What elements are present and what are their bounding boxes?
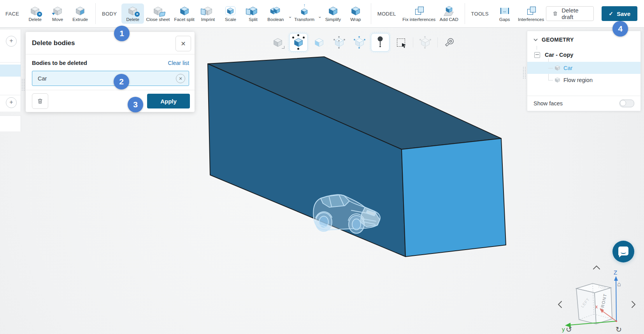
section-label-tools: TOOLS bbox=[471, 11, 489, 17]
boolean-dropdown-chevron-icon[interactable]: ⌄ bbox=[288, 14, 292, 19]
cube-wrap-icon bbox=[350, 5, 361, 16]
gaps-arrows-icon: ↔ bbox=[499, 5, 511, 16]
toolbar-divider bbox=[95, 3, 96, 24]
z-axis-label: Z bbox=[614, 269, 617, 276]
tool-body-boolean[interactable]: Boolean bbox=[264, 3, 287, 24]
top-toolbar: FACE ✕ Delete ◄ Move Extrude BODY ✕ Dele… bbox=[0, 0, 644, 28]
strip-divider bbox=[0, 62, 21, 63]
body-cube-icon bbox=[555, 77, 560, 83]
strip-selected-row[interactable] bbox=[0, 65, 21, 77]
home-view-icon[interactable]: ⌂ bbox=[617, 281, 621, 287]
chevron-down-icon[interactable] bbox=[533, 38, 538, 41]
select-vertex-icon[interactable] bbox=[332, 35, 346, 49]
tree-item-car[interactable]: Car bbox=[527, 62, 640, 74]
geometry-panel-title: GEOMETRY bbox=[542, 37, 574, 43]
cube-move-icon: ◄ bbox=[52, 5, 63, 16]
step-badge-2: 2 bbox=[114, 74, 129, 89]
check-icon: ✓ bbox=[609, 10, 613, 17]
select-body-icon[interactable] bbox=[289, 33, 308, 52]
chat-bubble-icon bbox=[618, 247, 628, 255]
tree-root-car-copy[interactable]: Car - Copy bbox=[527, 50, 640, 60]
close-icon: ✕ bbox=[179, 76, 182, 81]
select-edge-icon[interactable] bbox=[353, 35, 367, 49]
tool-body-scale[interactable]: Scale bbox=[219, 3, 242, 24]
tool-model-fix-interferences[interactable]: Fix interferences bbox=[401, 3, 438, 24]
body-cube-icon bbox=[555, 65, 560, 71]
box-select-icon[interactable] bbox=[394, 35, 408, 49]
selection-toolbar-divider bbox=[413, 37, 413, 47]
add-operation-button[interactable]: + bbox=[6, 97, 17, 108]
save-button[interactable]: ✓ Save bbox=[602, 6, 637, 21]
add-operation-button[interactable]: + bbox=[6, 36, 17, 47]
step-badge-4: 4 bbox=[612, 21, 628, 37]
tool-model-add-cad[interactable]: Add CAD bbox=[437, 3, 460, 24]
trash-icon bbox=[553, 10, 558, 17]
overlapping-squares-icon bbox=[525, 5, 537, 16]
clear-list-link[interactable]: Clear list bbox=[168, 60, 189, 66]
tool-body-simplify[interactable]: Simplify bbox=[322, 3, 344, 24]
double-cube-icon bbox=[270, 5, 281, 16]
strip-resize-grip[interactable] bbox=[22, 79, 25, 91]
tool-body-wrap[interactable]: Wrap bbox=[344, 3, 367, 24]
tool-body-imprint[interactable]: Imprint bbox=[197, 3, 219, 24]
step-badge-1: 1 bbox=[114, 26, 130, 41]
rotate-cw-icon[interactable]: ↻ bbox=[616, 325, 622, 334]
dialog-header: Delete bodies ✕ bbox=[26, 32, 195, 54]
tool-body-close-sheet[interactable]: Close sheet bbox=[144, 3, 172, 24]
dialog-body: Bodies to be deleted Clear list Car ✕ bbox=[26, 54, 195, 90]
remove-body-button[interactable]: ✕ bbox=[176, 74, 185, 83]
tool-tools-interferences[interactable]: Interferences bbox=[516, 3, 546, 24]
rotate-left-chevron-icon[interactable] bbox=[558, 301, 562, 308]
tool-face-extrude[interactable]: Extrude bbox=[69, 3, 91, 24]
isolate-body-icon[interactable] bbox=[418, 35, 432, 49]
select-volume-icon[interactable] bbox=[271, 35, 285, 49]
dialog-title: Delete bodies bbox=[32, 39, 75, 47]
left-strip-card[interactable] bbox=[0, 115, 21, 131]
delete-bodies-dialog: Delete bodies ✕ Bodies to be deleted Cle… bbox=[26, 32, 195, 112]
tree-item-flow-region[interactable]: Flow region bbox=[527, 74, 640, 86]
show-faces-toggle[interactable] bbox=[619, 100, 634, 107]
rotate-up-chevron-icon[interactable] bbox=[593, 266, 600, 269]
dialog-close-button[interactable]: ✕ bbox=[175, 36, 191, 51]
step-badge-3: 3 bbox=[128, 97, 143, 112]
section-label-body: BODY bbox=[102, 11, 117, 17]
measure-icon[interactable] bbox=[443, 35, 457, 49]
z-axis: Z bbox=[614, 269, 618, 321]
probe-point-icon[interactable] bbox=[371, 33, 390, 52]
collapse-icon[interactable] bbox=[534, 52, 540, 58]
tool-body-facet-split[interactable]: Facet split bbox=[172, 3, 197, 24]
panel-resize-grip[interactable] bbox=[523, 67, 526, 79]
selected-body-name: Car bbox=[38, 75, 47, 82]
cube-delete-icon: ✕ bbox=[29, 5, 41, 16]
tool-tools-gaps[interactable]: ↔ Gaps bbox=[493, 3, 516, 24]
bodies-field-label: Bodies to be deleted bbox=[32, 60, 87, 66]
left-operations-strip: + + bbox=[0, 30, 21, 112]
tool-face-delete[interactable]: ✕ Delete bbox=[24, 3, 46, 24]
dialog-delete-operation-button[interactable] bbox=[32, 93, 48, 109]
x-axis-label: x bbox=[595, 304, 598, 310]
selected-body-row[interactable]: Car ✕ bbox=[32, 71, 189, 86]
show-faces-label: Show faces bbox=[533, 100, 563, 107]
cube-scale-icon bbox=[225, 5, 236, 16]
tool-body-split[interactable]: Split bbox=[242, 3, 264, 24]
cube-sheet-icon bbox=[152, 5, 164, 16]
tree-connector bbox=[537, 46, 537, 50]
navigation-gizmo: ↺ ↻ ⌂ FRONT LEFT TOP Z y bbox=[549, 249, 644, 334]
transform-dropdown-chevron-icon[interactable]: ⌄ bbox=[318, 14, 322, 19]
tool-body-delete[interactable]: ✕ Delete bbox=[121, 3, 144, 24]
rotate-right-chevron-icon[interactable] bbox=[632, 301, 635, 308]
selection-filter-toolbar bbox=[268, 33, 460, 52]
apply-button[interactable]: Apply bbox=[147, 94, 190, 108]
flow-region-side-face[interactable] bbox=[402, 138, 506, 257]
tool-body-transform[interactable]: ↑ Transform bbox=[292, 3, 316, 24]
delete-draft-button[interactable]: Delete draft bbox=[546, 6, 594, 21]
dialog-footer: Apply bbox=[26, 90, 195, 112]
cube-split-icon bbox=[247, 5, 259, 16]
cube-facet-icon bbox=[179, 5, 190, 16]
support-chat-button[interactable] bbox=[612, 241, 634, 262]
tool-face-move[interactable]: ◄ Move bbox=[46, 3, 69, 24]
cube-delete-icon: ✕ bbox=[127, 5, 139, 16]
toolbar-divider bbox=[465, 3, 465, 24]
trash-icon bbox=[37, 98, 43, 104]
select-face-icon[interactable] bbox=[312, 35, 326, 49]
